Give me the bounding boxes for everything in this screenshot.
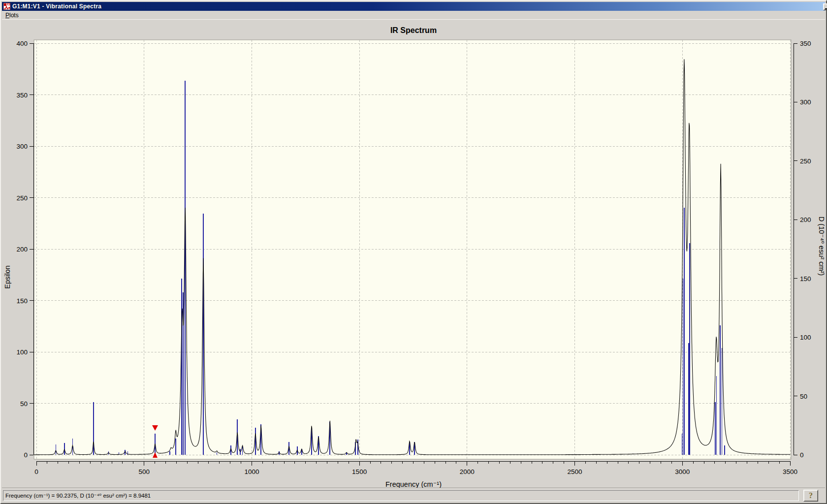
svg-text:300: 300	[800, 98, 811, 106]
svg-text:2500: 2500	[568, 468, 582, 475]
minimize-icon: _	[825, 8, 827, 9]
menu-item-plots[interactable]: Plots	[2, 11, 22, 19]
svg-text:500: 500	[138, 468, 150, 475]
svg-text:350: 350	[16, 92, 28, 99]
svg-text:400: 400	[16, 40, 28, 47]
svg-text:0: 0	[24, 451, 28, 459]
svg-text:200: 200	[16, 246, 28, 253]
status-readout: Frequency (cm⁻¹) = 90.2375, D (10⁻⁴⁰ esu…	[3, 490, 799, 501]
svg-text:3000: 3000	[675, 468, 690, 475]
svg-text:100: 100	[800, 334, 811, 341]
svg-text:2000: 2000	[460, 468, 475, 475]
svg-text:200: 200	[800, 216, 811, 223]
svg-text:300: 300	[16, 143, 28, 150]
svg-text:150: 150	[16, 297, 28, 305]
app-window: G1:M1:V1 - Vibrational Spectra _ × Plots…	[0, 0, 827, 504]
ir-spectrum-plot[interactable]: 0501001502002503003504000501001502002503…	[2, 20, 827, 490]
window-title: G1:M1:V1 - Vibrational Spectra	[12, 3, 101, 10]
svg-text:0: 0	[800, 451, 804, 459]
svg-text:100: 100	[16, 348, 28, 356]
menu-bar: Plots	[2, 11, 825, 20]
title-bar[interactable]: G1:M1:V1 - Vibrational Spectra _ ×	[2, 2, 825, 11]
help-button[interactable]: ?	[803, 490, 818, 502]
left-axis-label: Epsilon	[3, 265, 11, 289]
svg-text:3500: 3500	[783, 468, 797, 475]
chart-client-area: 0501001502002503003504000501001502002503…	[2, 20, 825, 490]
svg-text:50: 50	[800, 393, 807, 400]
chart-title: IR Spectrum	[390, 26, 437, 34]
svg-text:50: 50	[20, 400, 28, 408]
x-axis-label: Frequency (cm⁻¹)	[385, 480, 442, 488]
plot-area[interactable]	[34, 40, 791, 459]
right-axis-label: D (10⁻⁴⁰ esu² cm²)	[818, 217, 826, 276]
menu-accel: P	[5, 12, 9, 19]
app-icon[interactable]	[3, 3, 10, 10]
svg-text:250: 250	[16, 194, 28, 202]
svg-text:1500: 1500	[352, 468, 367, 475]
status-bar: Frequency (cm⁻¹) = 90.2375, D (10⁻⁴⁰ esu…	[2, 488, 825, 502]
svg-text:150: 150	[800, 275, 811, 283]
svg-text:0: 0	[34, 468, 38, 475]
svg-text:250: 250	[800, 158, 811, 165]
minimize-button[interactable]: _	[823, 3, 827, 10]
menu-label-rest: lots	[9, 12, 19, 19]
svg-text:350: 350	[800, 40, 811, 47]
svg-text:1000: 1000	[244, 468, 259, 475]
